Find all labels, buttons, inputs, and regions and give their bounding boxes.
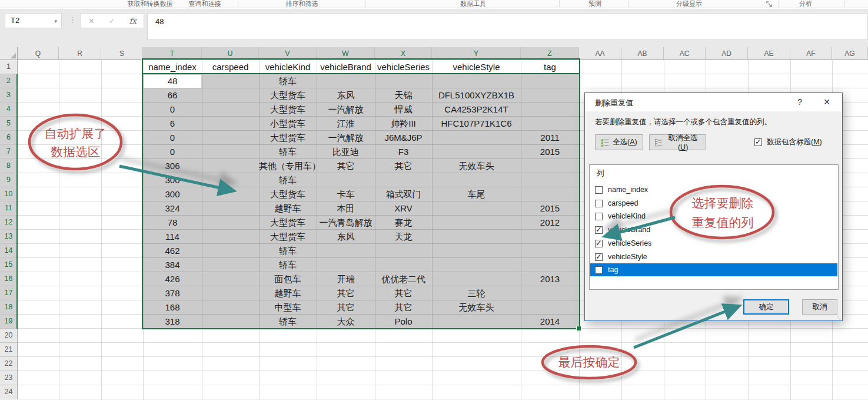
checkbox-unchecked-icon[interactable] <box>595 200 603 207</box>
column-option-carspeed[interactable]: carspeed <box>590 197 837 210</box>
column-option-label: tag <box>608 266 618 274</box>
ribbon-group-label-strip: 获取和转换数据查询和连接排序和筛选数据工具预测分级显示分析 <box>0 0 868 8</box>
column-header-AF[interactable]: AF <box>790 47 832 60</box>
formula-value: 48 <box>155 17 164 26</box>
column-option-vehicleBrand[interactable]: vehicleBrand <box>590 223 837 236</box>
ribbon-group-separator <box>238 1 238 7</box>
column-option-vehicleStyle[interactable]: vehicleStyle <box>590 250 837 263</box>
ribbon-group-label-3: 排序和筛选 <box>255 0 349 8</box>
column-option-label: vehicleKind <box>608 212 646 220</box>
row-header-24[interactable]: 24 <box>0 385 18 399</box>
ribbon-group-separator <box>365 1 366 7</box>
column-option-label: vehicleSeries <box>608 239 651 247</box>
row-header-11[interactable]: 11 <box>0 201 18 216</box>
ok-button[interactable]: 确定 <box>743 299 789 315</box>
remove-duplicates-dialog: 删除重复值 ? ✕ 若要删除重复值，请选择一个或多个包含重复值的列。 全选(A) <box>584 92 843 321</box>
insert-function-icon[interactable]: fx <box>129 16 137 25</box>
column-option-label: name_index <box>608 186 648 194</box>
row-header-15[interactable]: 15 <box>0 258 18 272</box>
cancel-button[interactable]: 取消 <box>802 299 837 315</box>
help-icon[interactable]: ? <box>797 97 802 107</box>
close-icon[interactable]: ✕ <box>823 97 830 107</box>
excel-window: 获取和转换数据查询和连接排序和筛选数据工具预测分级显示分析 T2 ▾ ⋮ ✕ ✓… <box>0 0 868 400</box>
dialog-titlebar[interactable]: 删除重复值 ? ✕ <box>585 93 842 111</box>
row-header-18[interactable]: 18 <box>0 300 18 315</box>
checkbox-unchecked-icon[interactable] <box>595 266 603 274</box>
unselect-all-button[interactable]: 取消全选(U) <box>649 134 706 150</box>
row-header-1[interactable]: 1 <box>0 60 18 74</box>
row-header-16[interactable]: 16 <box>0 272 18 286</box>
ribbon-group-label-6: 分级显示 <box>642 0 736 8</box>
ribbon-group-label-4: 数据工具 <box>426 0 520 8</box>
column-option-name_index[interactable]: name_index <box>590 183 837 196</box>
selection-border <box>142 58 580 329</box>
column-option-vehicleSeries[interactable]: vehicleSeries <box>590 237 837 250</box>
checkbox-checked-icon[interactable] <box>595 253 603 261</box>
column-header-AC[interactable]: AC <box>664 47 706 60</box>
row-header-9[interactable]: 9 <box>0 173 18 187</box>
ribbon-group-label-7: 分析 <box>759 0 853 8</box>
dialog-title: 删除重复值 <box>595 98 633 108</box>
checkbox-unchecked-icon[interactable] <box>595 186 603 194</box>
column-header-S[interactable]: S <box>101 47 143 60</box>
select-all-button[interactable]: 全选(A) <box>595 134 643 150</box>
gridline-vertical <box>101 60 102 400</box>
column-header-AD[interactable]: AD <box>706 47 748 60</box>
row-header-14[interactable]: 14 <box>0 244 18 258</box>
ribbon-group-separator <box>559 1 560 7</box>
name-box-dropdown-icon[interactable]: ▾ <box>54 14 57 28</box>
checkbox-checked-icon[interactable] <box>595 240 603 247</box>
row-header-12[interactable]: 12 <box>0 216 18 230</box>
name-box-value: T2 <box>11 16 19 25</box>
checkbox-checked-icon[interactable] <box>595 226 603 234</box>
name-box[interactable]: T2 ▾ <box>5 13 62 28</box>
column-header-AA[interactable]: AA <box>579 47 621 60</box>
select-all-triangle-icon <box>11 53 16 58</box>
formula-bar-input[interactable]: 48 <box>147 13 868 40</box>
row-header-6[interactable]: 6 <box>0 131 18 145</box>
gridline-vertical <box>59 60 59 400</box>
row-header-8[interactable]: 8 <box>0 159 18 173</box>
ribbon-group-separator <box>844 1 845 7</box>
column-header-R[interactable]: R <box>59 47 101 60</box>
unselect-all-icon <box>655 138 662 147</box>
confirm-entry-icon[interactable]: ✓ <box>109 16 115 25</box>
columns-list-label: 列 <box>597 168 604 178</box>
row-header-7[interactable]: 7 <box>0 145 18 159</box>
cancel-entry-icon[interactable]: ✕ <box>88 16 95 25</box>
row-header-22[interactable]: 22 <box>0 357 18 371</box>
ribbon-group-separator <box>628 1 629 7</box>
dialog-launcher-icon[interactable] <box>766 1 773 8</box>
column-option-tag[interactable]: tag <box>590 263 837 276</box>
column-header-Q[interactable]: Q <box>18 47 59 60</box>
row-header-19[interactable]: 19 <box>0 315 18 329</box>
row-header-17[interactable]: 17 <box>0 286 18 300</box>
row-header-4[interactable]: 4 <box>0 103 18 117</box>
row-header-10[interactable]: 10 <box>0 187 18 201</box>
ribbon-group-separator <box>778 1 779 7</box>
row-header-23[interactable]: 23 <box>0 371 18 385</box>
formula-button-group: ✕ ✓ fx <box>81 13 144 28</box>
column-header-AB[interactable]: AB <box>621 47 664 60</box>
ribbon-group-separator <box>172 1 172 7</box>
column-option-vehicleKind[interactable]: vehicleKind <box>590 210 837 223</box>
select-all-corner[interactable] <box>0 47 18 60</box>
row-header-20[interactable]: 20 <box>0 329 18 343</box>
column-header-AE[interactable]: AE <box>748 47 790 60</box>
column-option-label: carspeed <box>608 199 638 207</box>
checkbox-unchecked-icon[interactable] <box>595 213 603 220</box>
resize-grip[interactable] <box>835 314 841 320</box>
column-header-AG[interactable]: AG <box>832 47 868 60</box>
columns-listbox[interactable]: 列 name_indexcarspeedvehicleKindvehicleBr… <box>589 164 839 290</box>
row-header-13[interactable]: 13 <box>0 230 18 244</box>
select-all-icon <box>601 138 609 147</box>
fill-handle[interactable] <box>576 326 581 331</box>
data-has-headers-checkbox[interactable]: 数据包含标题(M) <box>754 137 822 147</box>
row-header-3[interactable]: 3 <box>0 88 18 103</box>
checkbox-checked-icon <box>754 138 762 146</box>
row-header-5[interactable]: 5 <box>0 117 18 131</box>
column-option-label: vehicleBrand <box>608 226 650 234</box>
dialog-description: 若要删除重复值，请选择一个或多个包含重复值的列。 <box>595 117 771 127</box>
row-header-21[interactable]: 21 <box>0 343 18 357</box>
row-header-2[interactable]: 2 <box>0 74 18 88</box>
